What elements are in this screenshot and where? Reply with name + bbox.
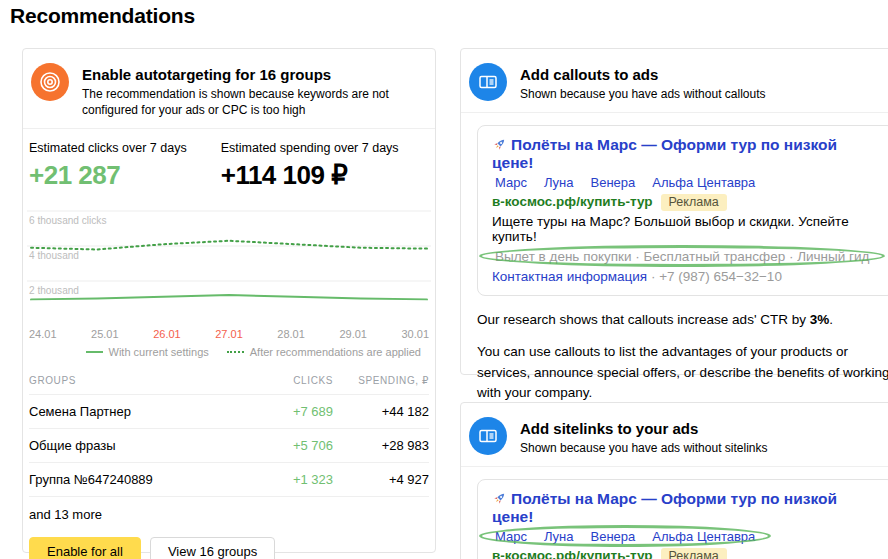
clicks-chart: 2 thousand4 thousand6 thousand clicks 24… (23, 191, 435, 366)
cell-group: Семена Партнер (29, 404, 233, 419)
ad-card-icon (469, 63, 507, 101)
table-row: Группа №647240889+1 323+4 927 (29, 462, 429, 496)
sitelinks-card-header: Add sitelinks to your ads Shown because … (461, 403, 888, 467)
sitelink[interactable]: Венера (591, 175, 636, 190)
target-icon (31, 63, 69, 101)
autotargeting-actions: Enable for all View 16 groups (23, 522, 435, 559)
svg-text:4 thousand: 4 thousand (29, 250, 79, 261)
page-title: Recommendations (10, 4, 195, 28)
cell-group: Группа №647240889 (29, 472, 233, 487)
x-tick-label: 29.01 (339, 328, 367, 340)
cell-clicks: +7 689 (233, 404, 333, 419)
card-title: Add sitelinks to your ads (520, 420, 767, 437)
ctr-percent: 3% (810, 312, 830, 327)
groups-table-body: Семена Партнер+7 689+44 182Общие фразы+5… (29, 394, 429, 497)
stat-label: Estimated clicks over 7 days (29, 141, 187, 155)
rocket-icon (492, 491, 507, 506)
x-axis: 24.0125.0126.0127.0128.0129.0130.01 (27, 323, 431, 341)
autotargeting-card: Enable autotargeting for 16 groups The r… (22, 48, 436, 553)
table-row: Семена Партнер+7 689+44 182 (29, 394, 429, 428)
legend-swatch (227, 351, 244, 353)
sitelink[interactable]: Марс (495, 529, 527, 544)
ad-preview: Полёты на Марс — Оформи тур по низкой це… (477, 479, 888, 559)
chart-legend: With current settingsAfter recommendatio… (27, 341, 431, 366)
callouts-card: Add callouts to ads Shown because you ha… (460, 48, 888, 375)
stat-value: +114 109 ₽ (221, 160, 399, 191)
cell-group: Общие фразы (29, 438, 233, 453)
ad-callouts: Вылет в день покупки · Бесплатный трансф… (495, 249, 869, 264)
svg-text:6 thousand clicks: 6 thousand clicks (29, 215, 106, 226)
sitelink[interactable]: Венера (591, 529, 636, 544)
card-description: Shown because you have ads without sitel… (520, 440, 767, 456)
ad-title-row: Полёты на Марс — Оформи тур по низкой це… (492, 490, 880, 526)
ad-badge: Реклама (661, 548, 727, 559)
ad-preview: Полёты на Марс — Оформи тур по низкой це… (477, 125, 888, 296)
stat-label: Estimated spending over 7 days (221, 141, 399, 155)
ad-title-row: Полёты на Марс — Оформи тур по низкой це… (492, 136, 880, 172)
stat-value: +21 287 (29, 160, 187, 191)
cell-spending: +4 927 (333, 472, 429, 487)
x-tick-label: 25.01 (91, 328, 119, 340)
ad-title-link[interactable]: Полёты на Марс — Оформи тур по низкой це… (492, 136, 837, 171)
cell-spending: +44 182 (333, 404, 429, 419)
cell-clicks: +1 323 (233, 472, 333, 487)
ad-card-icon (469, 417, 507, 455)
ad-contact-row: Контактная информация · +7 (987) 654−32−… (492, 269, 880, 284)
svg-text:2 thousand: 2 thousand (29, 285, 79, 296)
ad-sitelinks-row: МарсЛунаВенераАльфа Центавра (492, 529, 880, 544)
col-spending: Spending, ₽ (333, 375, 429, 386)
groups-table: Groups Clicks Spending, ₽ Семена Партнер… (23, 366, 435, 497)
cell-clicks: +5 706 (233, 438, 333, 453)
ad-sitelinks: МарсЛунаВенераАльфа Центавра (492, 175, 758, 190)
x-tick-label: 30.01 (401, 328, 429, 340)
card-title: Enable autotargeting for 16 groups (82, 66, 421, 83)
cell-spending: +28 983 (333, 438, 429, 453)
legend-item: After recommendations are applied (227, 346, 421, 358)
estimates: Estimated clicks over 7 days +21 287 Est… (23, 129, 435, 191)
view-groups-button[interactable]: View 16 groups (150, 537, 275, 559)
groups-table-header: Groups Clicks Spending, ₽ (29, 366, 429, 394)
callouts-card-header: Add callouts to ads Shown because you ha… (461, 49, 888, 113)
col-clicks: Clicks (233, 375, 333, 386)
callouts-benefits-text: You can use callouts to list the advanta… (477, 342, 888, 403)
estimated-spending: Estimated spending over 7 days +114 109 … (221, 141, 399, 191)
research-text: Our research shows that callouts increas… (477, 310, 888, 330)
ad-badge: Реклама (661, 194, 727, 211)
legend-swatch (86, 351, 103, 353)
autotargeting-card-header: Enable autotargeting for 16 groups The r… (23, 49, 435, 129)
sitelink[interactable]: Альфа Центавра (652, 529, 755, 544)
ad-phone: +7 (987) 654−32−10 (659, 269, 782, 284)
card-title: Add callouts to ads (520, 66, 766, 83)
sitelinks-card: Add sitelinks to your ads Shown because … (460, 402, 888, 559)
enable-for-all-button[interactable]: Enable for all (29, 537, 141, 559)
contact-info-link[interactable]: Контактная информация (492, 269, 647, 284)
ad-url-row: в-космос.рф/купить-турРеклама (492, 194, 880, 209)
x-tick-label: 26.01 (153, 328, 181, 340)
card-description: Shown because you have ads without callo… (520, 86, 766, 102)
legend-item: With current settings (86, 346, 209, 358)
clicks-chart-plot: 2 thousand4 thousand6 thousand clicks (27, 201, 431, 323)
table-row: Общие фразы+5 706+28 983 (29, 428, 429, 462)
x-tick-label: 24.01 (29, 328, 57, 340)
sitelink[interactable]: Луна (544, 175, 574, 190)
col-groups: Groups (29, 375, 233, 386)
rocket-icon (492, 137, 507, 152)
contact-separator: · (651, 269, 656, 284)
sitelink[interactable]: Марс (495, 175, 527, 190)
x-tick-label: 27.01 (215, 328, 243, 340)
sitelink[interactable]: Альфа Центавра (652, 175, 755, 190)
ad-url-row: в-космос.рф/купить-турРеклама (492, 548, 880, 559)
x-tick-label: 28.01 (277, 328, 305, 340)
estimated-clicks: Estimated clicks over 7 days +21 287 (29, 141, 187, 191)
ad-title-link[interactable]: Полёты на Марс — Оформи тур по низкой це… (492, 490, 837, 525)
ad-sitelinks: МарсЛунаВенераАльфа Центавра (492, 529, 758, 544)
ad-sitelinks-row: МарсЛунаВенераАльфа Центавра (492, 175, 880, 190)
sitelink[interactable]: Луна (544, 529, 574, 544)
card-description: The recommendation is shown because keyw… (82, 86, 421, 118)
ad-display-url: в-космос.рф/купить-тур (492, 548, 653, 559)
more-groups-text: and 13 more (23, 497, 435, 522)
ad-text: Ищете туры на Марс? Большой выбор и скид… (492, 214, 880, 244)
ad-display-url: в-космос.рф/купить-тур (492, 194, 653, 209)
ad-callouts-row: Вылет в день покупки · Бесплатный трансф… (492, 249, 880, 264)
